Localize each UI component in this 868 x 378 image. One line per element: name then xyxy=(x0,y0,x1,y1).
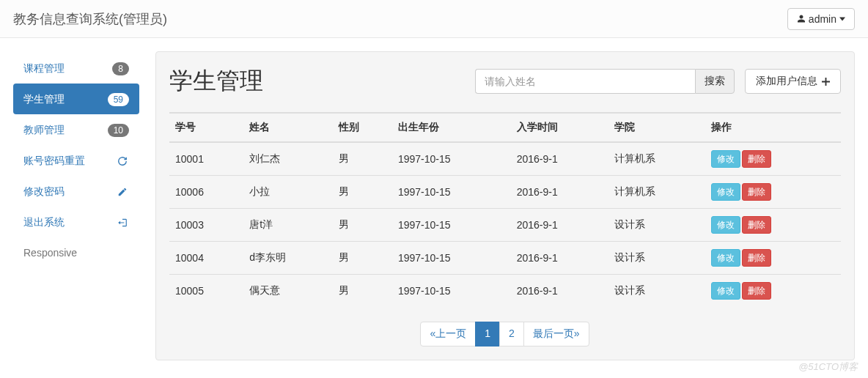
logout-icon xyxy=(117,218,129,228)
cell-gender: 男 xyxy=(333,142,392,176)
sidebar-item-5[interactable]: 退出系统 xyxy=(13,207,139,237)
table-row: 10006小拉男1997-10-152016-9-1计算机系修改删除 xyxy=(169,176,841,209)
sidebar-item-1[interactable]: 学生管理59 xyxy=(13,84,139,114)
page-last[interactable]: 最后一页» xyxy=(523,322,589,346)
edit-button[interactable]: 修改 xyxy=(711,150,740,168)
cell-dept: 设计系 xyxy=(608,242,706,275)
sidebar-item-3[interactable]: 账号密码重置 xyxy=(13,145,139,176)
cell-dept: 设计系 xyxy=(608,275,706,308)
cell-dept: 计算机系 xyxy=(608,176,706,209)
column-header: 入学时间 xyxy=(511,113,608,142)
table-row: 10003唐t洋男1997-10-152016-9-1设计系修改删除 xyxy=(169,209,841,242)
cell-id: 10005 xyxy=(169,275,243,308)
students-table: 学号姓名性别出生年份入学时间学院操作 10001刘仁杰男1997-10-1520… xyxy=(169,112,841,307)
cell-dept: 计算机系 xyxy=(608,142,706,176)
cell-actions: 修改删除 xyxy=(705,209,841,242)
cell-name: 偶天意 xyxy=(243,275,332,308)
sidebar: 课程管理8学生管理59教师管理10账号密码重置修改密码退出系统 Responsi… xyxy=(13,51,139,360)
sidebar-badge: 10 xyxy=(108,124,129,137)
delete-button[interactable]: 删除 xyxy=(742,150,771,168)
cell-name: 唐t洋 xyxy=(243,209,332,242)
user-icon xyxy=(797,14,806,23)
sidebar-item-label: 修改密码 xyxy=(23,185,65,199)
cell-actions: 修改删除 xyxy=(705,242,841,275)
sidebar-item-2[interactable]: 教师管理10 xyxy=(13,114,139,145)
cell-birth: 1997-10-15 xyxy=(392,275,511,308)
table-row: 10001刘仁杰男1997-10-152016-9-1计算机系修改删除 xyxy=(169,142,841,176)
page-1[interactable]: 1 xyxy=(475,322,500,346)
cell-gender: 男 xyxy=(333,209,392,242)
delete-button[interactable]: 删除 xyxy=(742,183,771,201)
column-header: 性别 xyxy=(333,113,392,142)
sidebar-item-label: 账号密码重置 xyxy=(23,155,85,168)
caret-down-icon xyxy=(839,17,845,21)
cell-gender: 男 xyxy=(333,275,392,308)
pencil-icon xyxy=(117,187,129,197)
sidebar-item-label: 学生管理 xyxy=(23,93,65,106)
cell-birth: 1997-10-15 xyxy=(392,242,511,275)
sidebar-item-4[interactable]: 修改密码 xyxy=(13,176,139,207)
table-row: 10004d李东明男1997-10-152016-9-1设计系修改删除 xyxy=(169,242,841,275)
cell-dept: 设计系 xyxy=(608,209,706,242)
sidebar-item-label: 课程管理 xyxy=(23,62,65,75)
cell-enroll: 2016-9-1 xyxy=(511,275,608,308)
edit-button[interactable]: 修改 xyxy=(711,183,740,201)
cell-birth: 1997-10-15 xyxy=(392,142,511,176)
search-input[interactable] xyxy=(475,69,695,94)
cell-enroll: 2016-9-1 xyxy=(511,176,608,209)
watermark: @51CTO博客 xyxy=(798,360,858,374)
column-header: 出生年份 xyxy=(392,113,511,142)
cell-actions: 修改删除 xyxy=(705,275,841,308)
cell-enroll: 2016-9-1 xyxy=(511,142,608,176)
cell-id: 10006 xyxy=(169,176,243,209)
column-header: 操作 xyxy=(705,113,841,142)
cell-actions: 修改删除 xyxy=(705,142,841,176)
edit-button[interactable]: 修改 xyxy=(711,216,740,234)
cell-enroll: 2016-9-1 xyxy=(511,209,608,242)
cell-actions: 修改删除 xyxy=(705,176,841,209)
topbar: 教务信息查询系统(管理员) admin xyxy=(0,0,868,38)
cell-name: 小拉 xyxy=(243,176,332,209)
refresh-icon xyxy=(117,156,129,166)
cell-enroll: 2016-9-1 xyxy=(511,242,608,275)
page-title: 学生管理 xyxy=(169,65,263,97)
add-user-button[interactable]: 添加用户信息 xyxy=(745,69,841,94)
sidebar-item-label: 退出系统 xyxy=(23,216,65,229)
cell-id: 10004 xyxy=(169,242,243,275)
delete-button[interactable]: 删除 xyxy=(742,216,771,234)
cell-id: 10001 xyxy=(169,142,243,176)
column-header: 姓名 xyxy=(243,113,332,142)
sidebar-footer: Responsive xyxy=(13,237,139,268)
user-label: admin xyxy=(809,13,836,25)
cell-birth: 1997-10-15 xyxy=(392,209,511,242)
sidebar-item-0[interactable]: 课程管理8 xyxy=(13,53,139,84)
search-button[interactable]: 搜索 xyxy=(695,69,735,94)
body-wrap: 课程管理8学生管理59教师管理10账号密码重置修改密码退出系统 Responsi… xyxy=(0,38,868,360)
app-brand: 教务信息查询系统(管理员) xyxy=(13,10,167,28)
delete-button[interactable]: 删除 xyxy=(742,249,771,267)
edit-button[interactable]: 修改 xyxy=(711,282,740,300)
plus-icon xyxy=(822,78,830,86)
search-group: 搜索 xyxy=(475,69,735,94)
column-header: 学号 xyxy=(169,113,243,142)
sidebar-badge: 59 xyxy=(108,93,129,106)
table-row: 10005偶天意男1997-10-152016-9-1设计系修改删除 xyxy=(169,275,841,308)
add-user-label: 添加用户信息 xyxy=(756,75,817,88)
main-header: 学生管理 搜索 添加用户信息 xyxy=(169,65,841,97)
main-panel: 学生管理 搜索 添加用户信息 学号姓名性别出生年份入学时间学院操作 10001刘… xyxy=(155,51,855,360)
user-menu-button[interactable]: admin xyxy=(787,8,855,30)
delete-button[interactable]: 删除 xyxy=(742,282,771,300)
edit-button[interactable]: 修改 xyxy=(711,249,740,267)
cell-gender: 男 xyxy=(333,242,392,275)
cell-id: 10003 xyxy=(169,209,243,242)
column-header: 学院 xyxy=(608,113,706,142)
page-2[interactable]: 2 xyxy=(499,322,524,346)
cell-name: d李东明 xyxy=(243,242,332,275)
pagination: «上一页12最后一页» xyxy=(169,322,841,346)
sidebar-item-label: 教师管理 xyxy=(23,124,65,137)
page-prev[interactable]: «上一页 xyxy=(420,322,476,346)
sidebar-badge: 8 xyxy=(112,62,129,75)
cell-name: 刘仁杰 xyxy=(243,142,332,176)
cell-gender: 男 xyxy=(333,176,392,209)
cell-birth: 1997-10-15 xyxy=(392,176,511,209)
